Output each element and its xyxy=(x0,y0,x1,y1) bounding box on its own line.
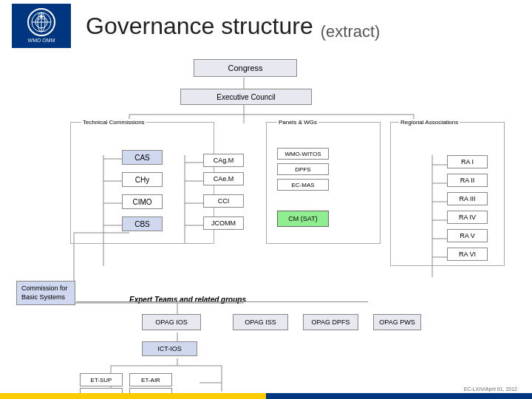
ict-ios-box: ICT-IOS xyxy=(142,341,197,356)
page-title: Governance structure xyxy=(86,13,313,40)
logo: WMO OMM xyxy=(12,4,71,48)
cas-box: CAS xyxy=(122,150,163,165)
opag-pws-box: OPAG PWS xyxy=(373,314,421,330)
org-chart: Congress Executive Council Technical Com… xyxy=(15,52,517,392)
congress-box: Congress xyxy=(194,59,297,77)
cbs-box: CBS xyxy=(122,216,163,231)
svg-point-5 xyxy=(40,15,43,18)
ra6-box: RA VI xyxy=(447,248,488,261)
footer-bar xyxy=(0,393,532,399)
chy-box: CHy xyxy=(122,172,163,187)
expert-teams-label: Expert Teams and related groups xyxy=(129,296,246,304)
expert-teams-line xyxy=(76,301,368,302)
date-stamp: EC-LXIV/April 01, 2012 xyxy=(464,386,517,392)
ra1-box: RA I xyxy=(447,155,488,168)
caem-box: CAe.M xyxy=(203,172,244,185)
opag-iss-box: OPAG ISS xyxy=(233,314,288,330)
cagm-box: CAg.M xyxy=(203,154,244,167)
et-air-box: ET-AIR xyxy=(129,373,172,386)
cm-sat-box: CM (SAT) xyxy=(277,211,329,227)
dpfs-box: DPFS xyxy=(277,163,329,175)
ra2-box: RA II xyxy=(447,174,488,187)
cbs-label: CBS xyxy=(134,220,150,228)
executive-council-box: Executive Council xyxy=(180,89,312,105)
et-sup-box: ET-SUP xyxy=(80,373,123,386)
jcomm-box: JCOMM xyxy=(203,216,244,230)
ra3-box: RA III xyxy=(447,192,488,205)
ra5-box: RA V xyxy=(447,229,488,242)
logo-text: WMO OMM xyxy=(28,38,55,44)
chy-label: CHy xyxy=(135,176,149,184)
opag-dpfs-box: OPAG DPFS xyxy=(303,314,358,330)
cimo-label: CIMO xyxy=(132,198,151,206)
logo-emblem xyxy=(27,8,55,36)
org-chart-container: Congress Executive Council Technical Com… xyxy=(0,52,532,392)
ra4-box: RA IV xyxy=(447,211,488,224)
cci-box: CCI xyxy=(203,194,244,208)
panels-wgs-label: Panels & WGs xyxy=(277,119,318,126)
ec-mas-box: EC-MAS xyxy=(277,179,329,191)
header: WMO OMM Governance structure (extract) xyxy=(0,0,532,52)
cimo-box: CIMO xyxy=(122,194,163,209)
tech-commissions-label: Technical Commissions xyxy=(81,119,146,126)
opag-ios-box: OPAG IOS xyxy=(142,314,201,330)
regional-assoc-label: Regional Associations xyxy=(399,119,460,126)
page-subtitle: (extract) xyxy=(321,22,381,44)
commission-callout: Commission for Basic Systems xyxy=(16,281,75,305)
cas-label: CAS xyxy=(134,154,150,162)
wmo-witos-box: WMO-WITOS xyxy=(277,148,329,160)
